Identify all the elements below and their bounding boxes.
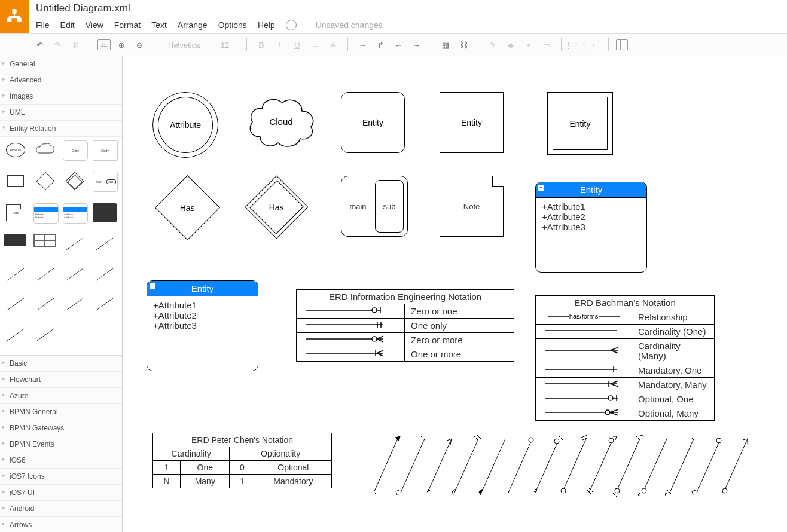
palette-table-dark[interactable] bbox=[93, 203, 117, 222]
shape-note[interactable]: Note bbox=[440, 176, 504, 237]
palette-line-9[interactable] bbox=[63, 295, 87, 314]
zoom-out-button[interactable]: ⊖ bbox=[132, 38, 147, 52]
palette-entity-double[interactable] bbox=[4, 172, 28, 191]
connector-lines-grid[interactable] bbox=[374, 433, 768, 505]
arrow-end-button[interactable]: → bbox=[409, 38, 423, 52]
category-ios7-ui[interactable]: iOS7 UI bbox=[0, 485, 122, 501]
grid-dots-button[interactable]: ⋮⋮⋮ bbox=[569, 38, 583, 52]
menu-file[interactable]: File bbox=[36, 20, 50, 30]
palette-cloud[interactable] bbox=[33, 140, 57, 160]
shape-main-sub[interactable]: mainsub bbox=[341, 176, 408, 237]
shape-has-diamond[interactable]: Has bbox=[155, 175, 220, 240]
category-android[interactable]: Android bbox=[0, 501, 122, 517]
shape-cloud[interactable]: Cloud bbox=[245, 92, 317, 154]
layout-button[interactable] bbox=[616, 39, 628, 50]
palette-line-12[interactable] bbox=[33, 325, 57, 344]
palette-note[interactable]: Note bbox=[4, 203, 28, 222]
undo-button[interactable]: ↶ bbox=[32, 38, 47, 52]
palette-line-11[interactable] bbox=[4, 325, 28, 344]
palette-entity-rect[interactable]: Entity bbox=[93, 140, 118, 161]
table-chen-notation[interactable]: ERD Peter Chen's Notation CardinalityOpt… bbox=[152, 433, 332, 488]
menu-format[interactable]: Format bbox=[114, 20, 141, 30]
canvas[interactable]: Attribute Cloud Entity Entity Entity Has… bbox=[123, 56, 787, 532]
palette-table-dark2[interactable] bbox=[4, 234, 26, 246]
collapse-icon[interactable]: − bbox=[538, 185, 544, 191]
menu-text[interactable]: Text bbox=[151, 20, 167, 30]
palette-line-7[interactable] bbox=[4, 295, 28, 314]
shape-attribute-double-circle[interactable]: Attribute bbox=[152, 92, 218, 158]
connector-elbow-button[interactable]: ↱ bbox=[373, 38, 388, 52]
italic-button[interactable]: I bbox=[272, 38, 286, 52]
category-ios6[interactable]: iOS6 bbox=[0, 452, 122, 469]
zoom-fit-button[interactable]: 1:1 bbox=[97, 39, 111, 50]
palette-main-sub[interactable]: mainsub bbox=[93, 172, 118, 192]
shape-entity-rect[interactable]: Entity bbox=[440, 92, 504, 153]
document-title[interactable]: Untitled Diagram.xml bbox=[29, 0, 787, 17]
shape-entity-table-2[interactable]: −Entity +Attribute1 +Attribute2 +Attribu… bbox=[147, 280, 258, 371]
shape-has-double-diamond[interactable]: Has bbox=[245, 175, 308, 239]
font-color-button[interactable]: A bbox=[326, 38, 340, 52]
shape-entity-table-1[interactable]: −Entity +Attribute1 +Attribute2 +Attribu… bbox=[535, 182, 647, 273]
underline-button[interactable]: U bbox=[290, 38, 304, 52]
collapse-icon[interactable]: − bbox=[150, 283, 155, 289]
table-bachman-notation[interactable]: ERD Bachman's Notation has/formsRelation… bbox=[535, 295, 715, 421]
font-size-select[interactable]: 12 bbox=[214, 39, 239, 51]
shape-entity-double-rect[interactable]: Entity bbox=[547, 92, 613, 155]
category-bpmn-general[interactable]: BPMN General bbox=[0, 404, 122, 420]
palette-entity-rounded[interactable]: Entity bbox=[63, 140, 88, 161]
font-family-select[interactable]: Helvetica bbox=[161, 39, 211, 51]
palette-line-3[interactable] bbox=[4, 265, 28, 284]
category-azure[interactable]: Azure bbox=[0, 388, 122, 404]
palette-has-double-diamond[interactable] bbox=[63, 172, 87, 191]
palette-line-6[interactable] bbox=[93, 265, 117, 284]
palette-table-light[interactable] bbox=[33, 234, 56, 246]
category-ios7-icons[interactable]: iOS7 Icons bbox=[0, 469, 122, 485]
palette-line-2[interactable] bbox=[93, 234, 117, 253]
delete-button[interactable]: 🗑 bbox=[68, 38, 83, 52]
menu-help[interactable]: Help bbox=[258, 20, 275, 30]
category-uml[interactable]: UML bbox=[0, 105, 122, 121]
svg-line-79 bbox=[374, 490, 376, 494]
svg-line-81 bbox=[427, 488, 431, 492]
palette-line-8[interactable] bbox=[33, 295, 57, 314]
palette-has-diamond[interactable] bbox=[33, 172, 57, 191]
category-bpmn-gateways[interactable]: BPMN Gateways bbox=[0, 420, 122, 436]
menu-options[interactable]: Options bbox=[218, 20, 247, 30]
palette-line-4[interactable] bbox=[33, 265, 57, 284]
menu-edit[interactable]: Edit bbox=[60, 20, 75, 30]
align-button[interactable]: ≡ bbox=[308, 38, 322, 52]
stroke-color-button[interactable]: ✎ bbox=[486, 38, 500, 52]
grid-cross-button[interactable]: + bbox=[587, 38, 601, 52]
category-bpmn-events[interactable]: BPMN Events bbox=[0, 436, 122, 452]
palette-line-10[interactable] bbox=[93, 295, 117, 314]
svg-rect-1 bbox=[7, 18, 11, 22]
palette-line-1[interactable] bbox=[63, 234, 87, 253]
container-button[interactable]: ▭ bbox=[539, 38, 554, 52]
menu-view[interactable]: View bbox=[86, 20, 103, 30]
category-entity-relation[interactable]: Entity Relation bbox=[0, 121, 122, 137]
table-ie-notation[interactable]: ERD Information Engineering Notation Zer… bbox=[296, 289, 514, 362]
palette-attribute[interactable]: Attribute bbox=[4, 140, 28, 160]
category-flowchart[interactable]: Flowchart bbox=[0, 372, 122, 388]
palette-entity-table-blue[interactable]: AttributeAttribute bbox=[33, 203, 59, 224]
app-logo[interactable] bbox=[0, 0, 29, 33]
language-icon[interactable] bbox=[286, 20, 297, 30]
shape-entity-rounded[interactable]: Entity bbox=[341, 92, 405, 153]
category-images[interactable]: Images bbox=[0, 88, 122, 105]
link-button[interactable]: ⛓ bbox=[456, 38, 471, 52]
shadow-button[interactable]: ▪ bbox=[521, 38, 536, 52]
arrow-start-button[interactable]: ← bbox=[391, 38, 405, 52]
category-arrows[interactable]: Arrows bbox=[0, 517, 122, 532]
category-general[interactable]: General bbox=[0, 56, 122, 72]
bold-button[interactable]: B bbox=[254, 38, 269, 52]
fill-color-button[interactable]: ◆ bbox=[504, 38, 518, 52]
redo-button[interactable]: ↷ bbox=[50, 38, 65, 52]
image-button[interactable]: ▨ bbox=[438, 38, 453, 52]
category-advanced[interactable]: Advanced bbox=[0, 72, 122, 88]
palette-line-5[interactable] bbox=[63, 265, 87, 284]
category-basic[interactable]: Basic bbox=[0, 356, 122, 372]
zoom-in-button[interactable]: ⊕ bbox=[114, 38, 129, 52]
menu-arrange[interactable]: Arrange bbox=[178, 20, 208, 30]
connector-straight-button[interactable]: → bbox=[355, 38, 370, 52]
palette-entity-table-blue2[interactable]: AttributeAttribute bbox=[63, 203, 88, 224]
